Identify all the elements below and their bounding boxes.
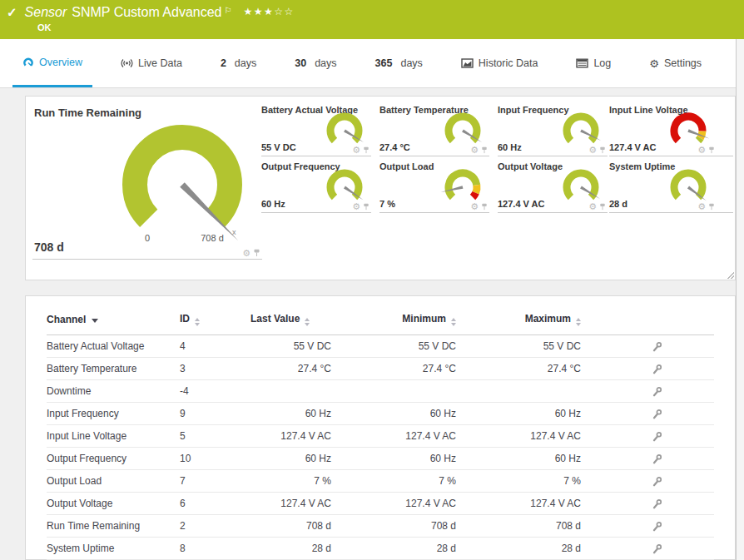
channel-id: 10 [180,448,250,470]
pin-icon[interactable] [363,203,370,211]
pin-icon[interactable] [481,203,488,211]
channel-name[interactable]: Output Voltage [47,493,180,515]
sort-icon [305,318,310,326]
tab-overview[interactable]: Overview [12,39,92,87]
table-row: Battery Temperature 3 27.4 °C 27.4 °C 27… [47,358,714,380]
tab-2-days[interactable]: 2 days [211,39,266,87]
channel-settings-wrench-icon[interactable] [652,498,662,509]
pin-icon[interactable] [253,249,260,258]
channel-settings-wrench-icon[interactable] [652,364,662,374]
tab-365-days-number: 365 [375,57,393,69]
column-header-channel[interactable]: Channel [47,306,180,335]
gauge-title: Output Load [379,161,434,171]
gauge-output-voltage[interactable]: Output Voltage 127.4 V AC ⚙ [498,160,608,213]
gauge-output-frequency[interactable]: Output Frequency 60 Hz ⚙ [261,160,371,213]
gauge-gear-icon[interactable]: ⚙ [588,146,597,155]
channel-settings-wrench-icon[interactable] [652,341,662,352]
tab-365-days[interactable]: 365 days [365,39,433,87]
channel-maximum: 127.4 V AC [456,493,581,515]
channel-name[interactable]: Output Load [47,470,180,493]
channel-minimum: 7 % [331,470,456,493]
gauge-gear-icon[interactable]: ⚙ [242,249,250,258]
gauge-battery-actual-voltage[interactable]: Battery Actual Voltage 55 V DC ⚙ [261,103,371,156]
gauge-gear-icon[interactable]: ⚙ [470,146,479,155]
channel-name[interactable]: Downtime [47,380,180,403]
channel-name[interactable]: Battery Temperature [47,358,180,380]
channel-id: 3 [180,358,250,380]
gauge-output-load[interactable]: Output Load 7 % ⚙ [379,160,489,213]
gauge-gear-icon[interactable]: ⚙ [470,202,479,211]
channel-name[interactable]: Battery Actual Voltage [47,335,180,358]
channel-name[interactable]: Run Time Remaining [47,515,180,538]
gauge-input-line-voltage[interactable]: Input Line Voltage 127.4 V AC ⚙ [609,103,733,156]
favorite-flag-icon[interactable]: ⚐ [225,6,232,15]
pin-icon[interactable] [363,146,370,155]
stars-filled[interactable]: ★★★ [243,6,274,17]
channel-maximum: 7 % [456,470,581,493]
channel-id: 4 [180,335,250,358]
column-header-minimum[interactable]: Minimum [331,306,456,335]
channel-settings-wrench-icon[interactable] [652,386,662,397]
channel-minimum: 55 V DC [331,335,456,358]
pin-icon[interactable] [481,146,488,155]
channel-settings-wrench-icon[interactable] [652,431,662,442]
gauge-run-time-remaining[interactable]: Run Time Remaining 0 708 d x 708 d ⚙ [32,103,262,260]
sort-icon [195,318,200,326]
tab-live-data[interactable]: Live Data [111,39,192,87]
channel-last-value: 7 % [250,470,331,493]
channel-maximum [456,380,581,403]
run-time-remaining-gauge: 0 708 d x [74,110,274,245]
tab-30-days-label: days [315,57,336,69]
tab-live-data-label: Live Data [138,57,182,69]
gauge-gear-icon[interactable]: ⚙ [352,146,360,155]
tab-settings[interactable]: ⚙ Settings [639,39,712,87]
table-row: Output Load 7 7 % 7 % 7 % [47,470,714,493]
channel-name[interactable]: Input Frequency [47,403,180,425]
gauge-gear-icon[interactable]: ⚙ [588,202,597,211]
gauge-battery-temperature[interactable]: Battery Temperature 27.4 °C ⚙ [379,103,489,156]
channel-settings-wrench-icon[interactable] [652,453,662,464]
tab-historic-data[interactable]: Historic Data [451,39,548,87]
column-header-id[interactable]: ID [180,306,250,335]
gauge-value: 708 d [34,240,64,254]
resize-grip[interactable] [727,272,734,279]
channel-settings-wrench-icon[interactable] [652,476,662,487]
gauge-value: 127.4 V AC [498,199,544,209]
tab-2-days-number: 2 [221,57,226,69]
channel-settings-wrench-icon[interactable] [652,521,662,532]
sort-icon [451,318,456,326]
priority-stars[interactable]: ★★★☆☆ [243,6,294,17]
gauge-gear-icon[interactable]: ⚙ [352,202,360,211]
settings-gear-icon: ⚙ [649,57,659,70]
tab-log[interactable]: Log [566,39,621,87]
tab-historic-data-label: Historic Data [479,57,538,69]
tab-30-days[interactable]: 30 days [285,39,346,87]
pin-icon[interactable] [599,146,606,155]
channel-last-value: 60 Hz [250,403,331,425]
column-header-maximum[interactable]: Maximum [456,306,581,335]
channel-name[interactable]: Input Line Voltage [47,425,180,448]
table-row: Battery Actual Voltage 4 55 V DC 55 V DC… [47,335,714,358]
gauge-input-frequency[interactable]: Input Frequency 60 Hz ⚙ [498,103,608,156]
pin-icon[interactable] [599,203,606,211]
pin-icon[interactable] [708,146,715,155]
channel-id: -4 [180,380,250,403]
channel-settings-wrench-icon[interactable] [652,543,662,554]
pin-icon[interactable] [708,203,715,211]
stars-empty[interactable]: ☆☆ [274,6,295,17]
tab-bar: Overview Live Data 2 days 30 days 365 da… [0,39,744,88]
channel-name[interactable]: Output Frequency [47,448,180,470]
gauge-value: 7 % [379,199,395,209]
channel-id: 9 [180,403,250,425]
gauge-gear-icon[interactable]: ⚙ [697,202,706,211]
gauge-value: 127.4 V AC [609,142,656,152]
channel-last-value: 55 V DC [250,335,331,358]
status-badge: OK [37,22,52,32]
channel-maximum: 27.4 °C [456,358,581,380]
table-row: Input Frequency 9 60 Hz 60 Hz 60 Hz [47,403,714,425]
gauge-system-uptime[interactable]: System Uptime 28 d ⚙ [609,160,733,213]
gauge-gear-icon[interactable]: ⚙ [697,146,706,155]
channel-name[interactable]: System Uptime [47,538,180,560]
channel-settings-wrench-icon[interactable] [652,409,662,419]
column-header-last-value[interactable]: Last Value [250,306,331,335]
